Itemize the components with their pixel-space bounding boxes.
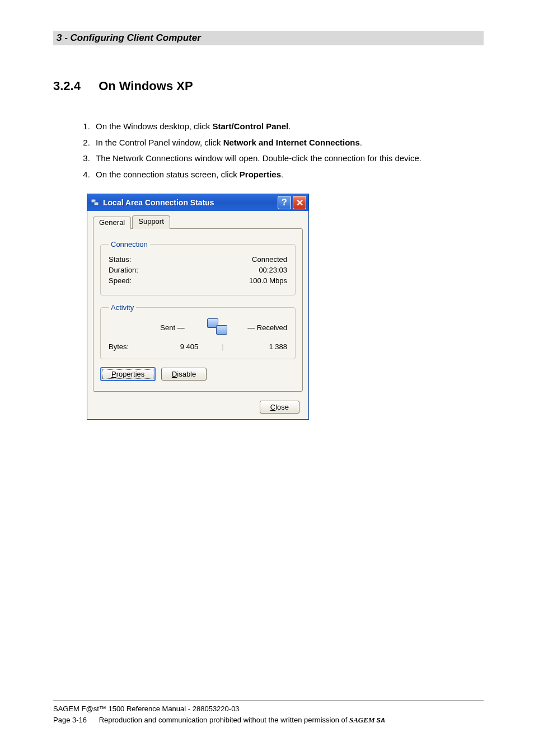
status-value: Connected — [252, 255, 287, 264]
tab-general[interactable]: General — [93, 217, 131, 229]
svg-rect-1 — [94, 202, 99, 205]
activity-fieldset: Activity Sent — — Received B — [100, 303, 296, 359]
titlebar[interactable]: Local Area Connection Status ? ✕ — [87, 194, 308, 211]
connection-fieldset: Connection Status: Connected Duration: 0… — [100, 240, 296, 295]
connection-status-dialog: Local Area Connection Status ? ✕ General… — [87, 194, 309, 420]
page-header: 3 - Configuring Client Computer — [53, 31, 484, 45]
speed-label: Speed: — [109, 276, 132, 285]
footer-copyright: Reproduction and communication prohibite… — [99, 716, 349, 724]
steps-list: On the Windows desktop, click Start/Cont… — [81, 119, 484, 182]
bytes-sent: 9 405 — [158, 342, 220, 351]
network-icon — [91, 198, 100, 207]
activity-legend: Activity — [109, 303, 136, 312]
bytes-received: 1 388 — [226, 342, 287, 351]
sent-label: Sent — — [147, 323, 198, 332]
status-label: Status: — [109, 255, 131, 264]
connection-legend: Connection — [109, 240, 150, 248]
tab-panel: Connection Status: Connected Duration: 0… — [93, 228, 303, 392]
brand-name: SAGEM — [349, 716, 375, 724]
help-button[interactable]: ? — [278, 196, 291, 209]
step-2: In the Control Panel window, click Netwo… — [92, 135, 484, 151]
close-icon[interactable]: ✕ — [293, 196, 306, 209]
chapter-title: 3 - Configuring Client Computer — [57, 32, 201, 43]
disable-button[interactable]: Disable — [161, 368, 207, 381]
brand-suffix: SA — [375, 717, 385, 724]
step-4: On the connection status screen, click P… — [92, 167, 484, 183]
step-1: On the Windows desktop, click Start/Cont… — [92, 119, 484, 135]
properties-button[interactable]: Properties — [100, 367, 156, 381]
close-button[interactable]: Close — [260, 401, 299, 414]
step-3: The Network Connections window will open… — [92, 151, 484, 167]
page-number: Page 3-16 — [53, 716, 87, 724]
duration-label: Duration: — [109, 266, 138, 274]
tab-strip: General Support — [93, 217, 303, 229]
page-footer: SAGEM F@st™ 1500 Reference Manual - 2880… — [53, 701, 484, 725]
received-label: — Received — [237, 323, 287, 332]
tab-support[interactable]: Support — [132, 215, 170, 229]
duration-value: 00:23:03 — [259, 266, 287, 274]
dialog-title: Local Area Connection Status — [103, 198, 276, 207]
activity-network-icon — [206, 318, 228, 335]
section-number: 3.2.4 — [53, 79, 95, 93]
section-title: On Windows XP — [99, 79, 193, 93]
footer-line1: SAGEM F@st™ 1500 Reference Manual - 2880… — [53, 703, 484, 715]
bytes-label: Bytes: — [109, 342, 158, 351]
section-heading: 3.2.4 On Windows XP — [53, 79, 484, 93]
speed-value: 100.0 Mbps — [249, 276, 287, 285]
